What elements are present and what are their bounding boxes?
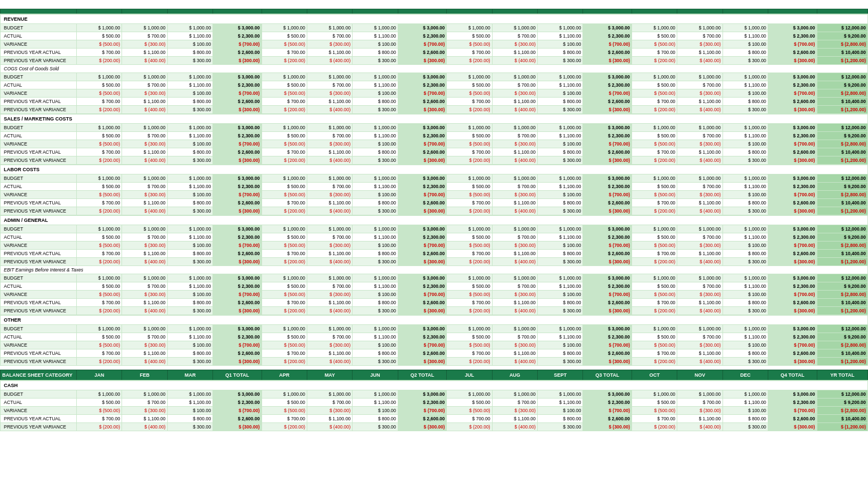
cell: $ 100.00 (723, 140, 768, 148)
cell: $ 500.00 (262, 399, 307, 407)
cell: $ 2,300.00 (213, 233, 262, 242)
cell: $ 700.00 (262, 349, 307, 358)
cell: $ 9,200.00 (817, 333, 867, 341)
cell: $ 1,100.00 (677, 49, 723, 57)
cell: $ (400.00) (677, 106, 723, 114)
cell: $ (200.00) (447, 358, 492, 366)
cell: $ 300.00 (723, 207, 768, 216)
cell: $ 1,000.00 (723, 325, 768, 333)
cell: $ (200.00) (632, 57, 677, 65)
cell: $ (300.00) (213, 57, 262, 65)
cell: $ 300.00 (353, 307, 398, 316)
cell: $ (500.00) (447, 191, 492, 199)
table-header-row (1, 9, 868, 15)
cell: $ 100.00 (538, 140, 583, 148)
cell: $ 3,000.00 (768, 225, 817, 233)
cell: $ 700.00 (77, 148, 122, 156)
cell: $ 1,000.00 (77, 325, 122, 333)
cell: $ 1,000.00 (492, 390, 537, 399)
cell: $ 700.00 (307, 333, 353, 341)
cell: $ 1,000.00 (632, 124, 677, 132)
cell: $ 1,000.00 (677, 174, 723, 183)
cell: $ 1,000.00 (723, 73, 768, 81)
cell: $ 2,300.00 (583, 333, 632, 341)
cell: $ 9,200.00 (817, 81, 867, 89)
cell: $ 1,000.00 (353, 174, 398, 183)
cell: $ 800.00 (538, 349, 583, 358)
cell: $ 100.00 (167, 89, 213, 98)
header-jan (77, 9, 122, 15)
cell: $ 800.00 (167, 349, 213, 358)
cell: $ (200.00) (632, 106, 677, 114)
cell: $ (2,800.00) (817, 407, 867, 415)
cell: $ (500.00) (632, 291, 677, 299)
cell: $ 800.00 (353, 250, 398, 258)
cell: $ 1,100.00 (492, 415, 537, 423)
cell: $ 9,200.00 (817, 32, 867, 40)
cell: $ (700.00) (583, 40, 632, 49)
cell: $ 2,600.00 (398, 199, 447, 207)
cell: $ 2,600.00 (583, 148, 632, 156)
cell: $ 500.00 (262, 233, 307, 242)
cell: $ 700.00 (77, 49, 122, 57)
cell: $ (700.00) (768, 40, 817, 49)
cell: $ 2,600.00 (768, 299, 817, 307)
cell: $ 300.00 (723, 57, 768, 65)
cell: $ 1,000.00 (353, 274, 398, 282)
cell: $ 3,000.00 (583, 174, 632, 183)
page-title (0, 0, 868, 9)
row-label: PREVIOUS YEAR VARIANCE (1, 207, 77, 216)
data-row: PREVIOUS YEAR ACTUAL $ 700.00$ 1,100.00$… (1, 415, 868, 423)
cell: $ 700.00 (492, 32, 537, 40)
cell: $ 300.00 (538, 57, 583, 65)
cell: $ 2,600.00 (583, 415, 632, 423)
cell: $ 2,600.00 (213, 148, 262, 156)
cell: $ 1,100.00 (538, 81, 583, 89)
cell: $ 3,000.00 (213, 325, 262, 333)
cell: $ 800.00 (723, 199, 768, 207)
cell: $ 1,000.00 (677, 24, 723, 32)
cell: $ (700.00) (583, 341, 632, 349)
row-label: PREVIOUS YEAR ACTUAL (1, 415, 77, 423)
cell: $ (300.00) (307, 89, 353, 98)
row-label: BUDGET (1, 174, 77, 183)
cell: $ 1,000.00 (447, 174, 492, 183)
cell: $ 700.00 (307, 132, 353, 140)
cell: $ 1,000.00 (538, 73, 583, 81)
cell: $ (500.00) (77, 291, 122, 299)
data-row: ACTUAL $ 500.00$ 700.00$ 1,100.00$ 2,300… (1, 282, 868, 291)
balance-header-9: AUG (492, 370, 537, 381)
cell: $ 300.00 (353, 358, 398, 366)
cell: $ 1,000.00 (538, 24, 583, 32)
cell: $ (300.00) (213, 423, 262, 431)
cell: $ 700.00 (447, 299, 492, 307)
cell: $ 500.00 (632, 233, 677, 242)
cell: $ (200.00) (447, 57, 492, 65)
section-header: CASH (1, 381, 868, 390)
cell: $ 2,300.00 (768, 183, 817, 191)
cell: $ (700.00) (583, 191, 632, 199)
cell: $ 2,600.00 (213, 98, 262, 106)
cell: $ 1,100.00 (122, 299, 167, 307)
cell: $ 1,000.00 (122, 325, 167, 333)
cell: $ 1,100.00 (723, 81, 768, 89)
cell: $ 10,400.00 (817, 98, 867, 106)
cell: $ 1,000.00 (723, 225, 768, 233)
header-oct (632, 9, 677, 15)
cell: $ 1,100.00 (723, 183, 768, 191)
cell: $ 1,000.00 (353, 390, 398, 399)
cell: $ (700.00) (768, 291, 817, 299)
header-jun (353, 9, 398, 15)
cell: $ 2,600.00 (583, 250, 632, 258)
cell: $ 9,200.00 (817, 282, 867, 291)
cell: $ 100.00 (538, 242, 583, 250)
cell: $ (500.00) (262, 140, 307, 148)
cell: $ (500.00) (262, 291, 307, 299)
cell: $ 800.00 (538, 299, 583, 307)
data-row: BUDGET $ 1,000.00$ 1,000.00$ 1,000.00$ 3… (1, 73, 868, 81)
cell: $ 1,000.00 (447, 225, 492, 233)
cell: $ (500.00) (77, 242, 122, 250)
cell: $ (700.00) (398, 191, 447, 199)
cell: $ 3,000.00 (213, 225, 262, 233)
row-label: PREVIOUS YEAR VARIANCE (1, 258, 77, 266)
